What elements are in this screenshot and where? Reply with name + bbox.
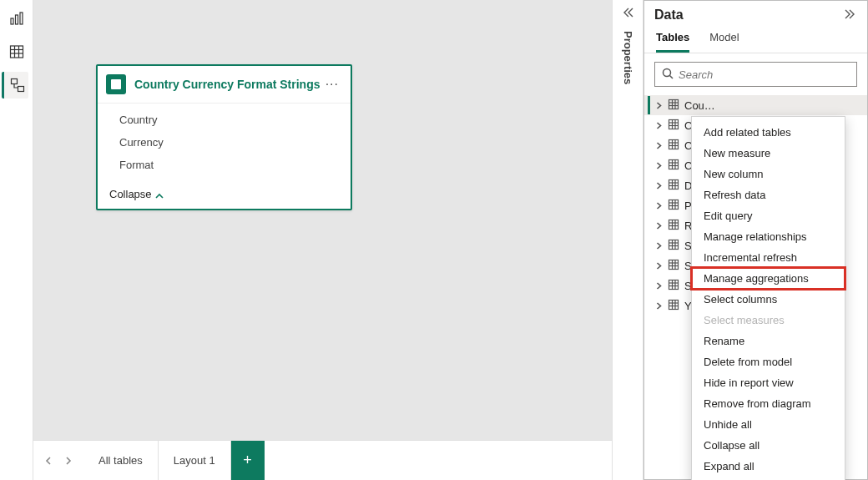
context-menu-item[interactable]: Refresh data [692, 184, 845, 205]
model-field-row[interactable]: Country [98, 109, 351, 131]
model-field-row[interactable]: Format [98, 154, 351, 176]
model-table-card-header[interactable]: Country Currency Format Strings ··· [98, 66, 351, 104]
table-icon [668, 99, 679, 113]
add-layout-button[interactable]: + [231, 441, 265, 480]
table-icon [668, 219, 679, 233]
selection-indicator [648, 136, 650, 154]
chevron-right-icon [655, 99, 663, 112]
layout-tab[interactable]: All tables [83, 441, 159, 480]
layout-tab-strip: All tables Layout 1 + [33, 440, 612, 480]
chevron-right-icon [655, 260, 663, 272]
svg-rect-57 [669, 280, 679, 289]
context-menu-item: Select measures [692, 310, 845, 331]
svg-rect-22 [669, 139, 679, 149]
table-icon [668, 279, 679, 293]
left-view-bar [0, 0, 33, 480]
svg-rect-2 [20, 13, 23, 24]
context-menu-item[interactable]: Unhide all [692, 414, 845, 435]
context-menu-item[interactable]: Collapse all [692, 435, 845, 456]
model-table-card[interactable]: Country Currency Format Strings ··· Coun… [96, 64, 352, 210]
data-search-wrap [644, 53, 867, 95]
data-search-box[interactable] [654, 62, 857, 87]
context-menu-item[interactable]: Add related tables [692, 122, 845, 143]
svg-rect-42 [669, 220, 679, 229]
expand-properties-button[interactable] [621, 7, 634, 21]
context-menu-item[interactable]: Incremental refresh [692, 247, 845, 268]
data-pane-tabs: Tables Model [644, 26, 867, 53]
table-icon [668, 179, 679, 193]
chevron-right-icon [655, 240, 663, 252]
svg-rect-32 [669, 179, 679, 189]
chevron-up-icon [155, 190, 164, 199]
table-icon [668, 119, 679, 133]
svg-rect-3 [10, 46, 23, 58]
tab-nav-next-button[interactable] [58, 447, 78, 474]
svg-rect-17 [669, 119, 679, 129]
chevron-right-icon [655, 119, 663, 132]
collapse-label: Collapse [109, 188, 152, 200]
selection-indicator [648, 116, 650, 134]
chevron-right-icon [655, 220, 663, 232]
report-view-button[interactable] [3, 5, 30, 32]
svg-rect-62 [669, 300, 679, 309]
data-tab-tables[interactable]: Tables [656, 31, 689, 53]
context-menu-item[interactable]: Hide in report view [692, 372, 845, 393]
model-table-card-fields: Country Currency Format [98, 104, 351, 181]
selection-indicator [648, 216, 650, 235]
properties-pane-label: Properties [622, 31, 634, 84]
selection-indicator [648, 256, 650, 275]
context-menu-item[interactable]: New measure [692, 143, 845, 164]
search-input[interactable] [679, 68, 850, 81]
search-icon [662, 68, 674, 82]
table-context-menu: Add related tablesNew measureNew columnR… [691, 116, 845, 480]
collapse-data-pane-button[interactable] [844, 8, 857, 23]
chevron-right-icon [655, 179, 663, 192]
table-icon [668, 239, 679, 253]
table-icon [668, 139, 679, 153]
svg-line-11 [670, 75, 674, 78]
svg-rect-47 [669, 240, 679, 249]
svg-rect-8 [12, 79, 18, 84]
model-table-card-title: Country Currency Format Strings [134, 78, 322, 91]
svg-rect-1 [15, 15, 18, 24]
context-menu-item[interactable]: Edit query [692, 205, 845, 226]
context-menu-item[interactable]: Select columns [692, 289, 845, 310]
chevron-right-icon [655, 200, 663, 212]
model-field-row[interactable]: Currency [98, 131, 351, 154]
collapse-card-button[interactable]: Collapse [98, 181, 351, 209]
model-canvas[interactable]: Country Currency Format Strings ··· Coun… [33, 0, 612, 440]
svg-rect-12 [669, 99, 679, 109]
context-menu-item[interactable]: Expand all [692, 456, 845, 477]
data-pane-header: Data [644, 1, 867, 26]
svg-rect-0 [11, 18, 13, 24]
selection-indicator [648, 176, 650, 195]
table-icon [668, 299, 679, 313]
properties-pane-collapsed: Properties [612, 0, 643, 480]
table-icon [106, 74, 126, 94]
chevron-right-icon [655, 139, 663, 152]
table-icon [668, 199, 679, 213]
context-menu-item[interactable]: Remove from diagram [692, 393, 845, 414]
chevron-right-icon [655, 300, 663, 312]
data-tab-model[interactable]: Model [709, 31, 739, 53]
selection-indicator [648, 236, 650, 255]
tab-nav-prev-button[interactable] [38, 447, 58, 474]
context-menu-item[interactable]: Manage relationships [692, 226, 845, 247]
table-icon [668, 259, 679, 273]
context-menu-item[interactable]: Rename [692, 331, 845, 351]
context-menu-item[interactable]: Manage aggregations [692, 268, 845, 289]
selection-indicator [648, 196, 650, 215]
selection-indicator [648, 156, 650, 174]
selection-indicator [648, 296, 650, 315]
model-table-card-more-button[interactable]: ··· [322, 80, 342, 88]
svg-rect-27 [669, 159, 679, 169]
data-table-row[interactable]: Cou… [644, 95, 867, 115]
svg-rect-52 [669, 260, 679, 269]
svg-rect-37 [669, 200, 679, 209]
layout-tab[interactable]: Layout 1 [159, 441, 231, 480]
selection-indicator [648, 276, 650, 295]
context-menu-item[interactable]: New column [692, 164, 845, 184]
data-view-button[interactable] [3, 38, 30, 65]
context-menu-item[interactable]: Delete from model [692, 351, 845, 372]
model-view-button[interactable] [2, 72, 28, 99]
